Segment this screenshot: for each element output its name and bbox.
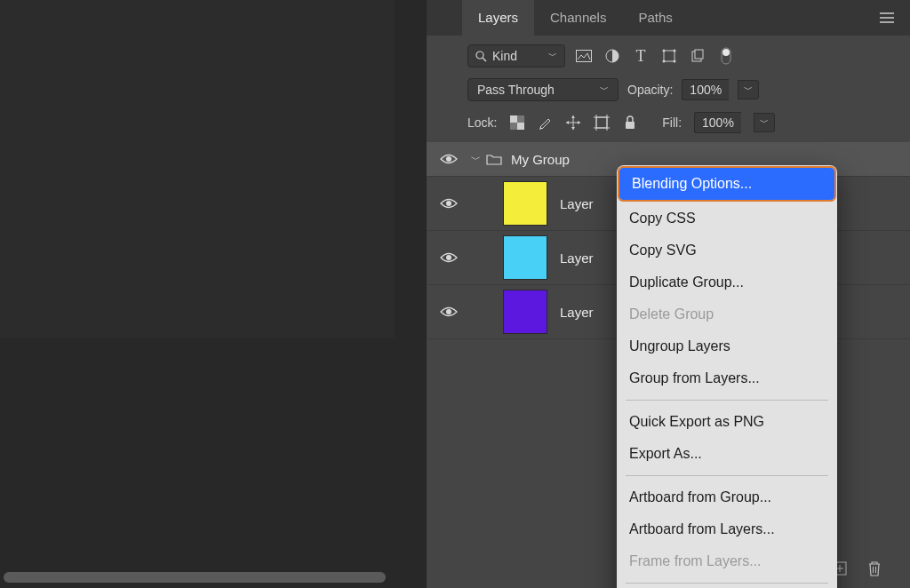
menu-separator [626, 475, 828, 476]
svg-point-24 [446, 201, 451, 206]
filter-row: Kind ﹀ T [427, 36, 910, 73]
svg-point-8 [674, 60, 676, 63]
context-menu[interactable]: Blending Options...Copy CSSCopy SVGDupli… [617, 165, 837, 588]
group-name[interactable]: My Group [511, 152, 570, 167]
menu-item[interactable]: Artboard from Layers... [617, 513, 837, 545]
filter-pixel-icon[interactable] [574, 46, 594, 66]
blend-mode-select[interactable]: Pass Through ﹀ [467, 78, 619, 101]
svg-point-26 [446, 309, 451, 314]
tab-channels[interactable]: Channels [534, 0, 622, 36]
filter-toggle-icon[interactable] [716, 46, 736, 66]
svg-rect-16 [510, 123, 517, 130]
visibility-toggle[interactable] [427, 153, 471, 165]
lock-all-icon[interactable] [622, 113, 637, 132]
svg-point-23 [446, 156, 451, 162]
opacity-stepper[interactable]: ﹀ [738, 80, 759, 99]
menu-item[interactable]: Quick Export as PNG [617, 406, 837, 438]
svg-point-12 [722, 49, 730, 56]
panel-menu-icon[interactable] [880, 12, 894, 23]
blend-mode-value: Pass Through [477, 83, 555, 97]
filter-adjustment-icon[interactable] [603, 46, 622, 66]
tab-paths[interactable]: Paths [622, 0, 688, 36]
svg-line-1 [483, 58, 486, 61]
group-disclosure-icon[interactable]: ﹀ [471, 153, 481, 166]
svg-point-6 [674, 50, 676, 52]
lock-row: Lock: Fill: 100%﹀ [427, 107, 910, 142]
svg-rect-14 [517, 123, 524, 130]
svg-rect-13 [510, 115, 517, 123]
kind-filter-select[interactable]: Kind ﹀ [467, 44, 565, 68]
layer-thumbnail[interactable] [503, 290, 547, 334]
trash-icon[interactable] [867, 560, 882, 576]
kind-label: Kind [492, 49, 517, 63]
horizontal-scrollbar[interactable] [4, 572, 386, 583]
layer-thumbnail[interactable] [503, 181, 547, 226]
menu-item[interactable]: Blending Options... [619, 168, 834, 200]
tab-layers[interactable]: Layers [462, 0, 534, 36]
folder-icon [486, 153, 502, 165]
svg-rect-17 [596, 117, 607, 128]
canvas[interactable] [0, 0, 395, 338]
opacity-label: Opacity: [627, 83, 673, 97]
filter-smartobject-icon[interactable] [688, 46, 707, 66]
visibility-toggle[interactable] [427, 197, 471, 210]
menu-separator [626, 583, 828, 584]
svg-rect-4 [664, 51, 675, 61]
fill-stepper[interactable]: ﹀ [754, 113, 775, 132]
fill-label: Fill: [662, 115, 682, 130]
menu-item: Delete Group [617, 298, 837, 330]
svg-rect-15 [517, 115, 524, 123]
chevron-down-icon: ﹀ [600, 83, 609, 96]
visibility-toggle[interactable] [427, 306, 471, 318]
filter-type-icon[interactable]: T [631, 46, 651, 66]
lock-artboard-icon[interactable] [594, 113, 610, 132]
menu-item[interactable]: Export As... [617, 438, 837, 470]
menu-item[interactable]: Duplicate Group... [617, 266, 837, 298]
svg-point-5 [663, 50, 666, 52]
menu-item[interactable]: Ungroup Layers [617, 330, 837, 362]
lock-label: Lock: [467, 115, 497, 130]
svg-rect-22 [626, 122, 635, 129]
layer-name[interactable]: Layer [560, 250, 594, 266]
layer-thumbnail[interactable] [503, 235, 547, 280]
blend-row: Pass Through ﹀ Opacity: 100%﹀ [427, 73, 910, 107]
menu-item[interactable]: Artboard from Group... [617, 481, 837, 513]
visibility-toggle[interactable] [427, 251, 471, 264]
opacity-value[interactable]: 100% [682, 79, 729, 100]
lock-transparency-icon[interactable] [509, 113, 524, 132]
search-icon [475, 51, 487, 62]
menu-item[interactable]: Copy CSS [617, 203, 837, 234]
svg-point-25 [446, 255, 451, 260]
svg-point-0 [476, 52, 483, 59]
svg-rect-10 [695, 50, 703, 59]
svg-point-7 [663, 60, 666, 63]
chevron-down-icon: ﹀ [548, 50, 557, 62]
layer-name[interactable]: Layer [560, 196, 594, 211]
canvas-area [0, 0, 427, 588]
menu-item: Frame from Layers... [617, 545, 837, 577]
fill-value[interactable]: 100% [694, 112, 741, 133]
layer-name[interactable]: Layer [560, 305, 594, 320]
lock-brush-icon[interactable] [538, 113, 553, 132]
panel-tabs: Layers Channels Paths [427, 0, 910, 36]
menu-item[interactable]: Copy SVG [617, 234, 837, 266]
menu-separator [626, 400, 828, 401]
filter-shape-icon[interactable] [659, 46, 679, 66]
menu-item[interactable]: Group from Layers... [617, 362, 837, 394]
svg-rect-2 [577, 51, 592, 62]
lock-position-icon[interactable] [565, 113, 581, 132]
